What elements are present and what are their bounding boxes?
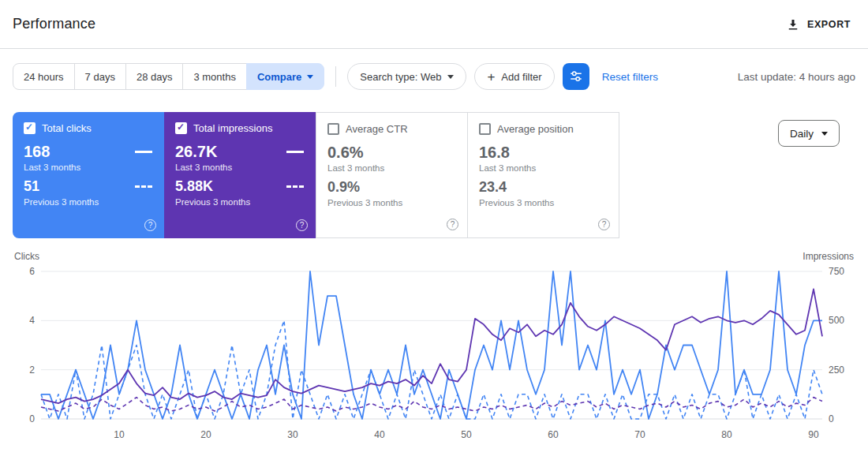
secondary-caption: Previous 3 months (24, 197, 154, 207)
add-filter-button[interactable]: Add filter (474, 63, 554, 90)
performance-chart[interactable]: 02460250500750102030405060708090 (13, 265, 855, 448)
card-header: Average CTR (327, 123, 456, 135)
svg-text:70: 70 (634, 429, 645, 440)
page-header: Performance EXPORT (0, 0, 868, 49)
svg-text:10: 10 (114, 429, 125, 440)
filter-bar: 24 hours 7 days 28 days 3 months Compare… (0, 49, 868, 101)
average-position-checkbox[interactable] (479, 123, 491, 135)
date-tab-24-hours[interactable]: 24 hours (13, 63, 75, 90)
card-label: Total impressions (193, 122, 272, 134)
search-type-label: Search type: Web (360, 71, 441, 83)
export-label: EXPORT (807, 19, 851, 30)
card-label: Average CTR (346, 123, 408, 135)
chevron-down-icon (821, 132, 828, 136)
date-tab-label: 28 days (137, 71, 173, 83)
date-tab-3-months[interactable]: 3 months (182, 63, 246, 90)
left-axis-title: Clicks (14, 251, 39, 262)
help-icon[interactable]: ? (598, 219, 610, 230)
total-clicks-card[interactable]: Total clicks 168 Last 3 months 51 Previo… (13, 112, 165, 238)
secondary-caption: Previous 3 months (327, 198, 456, 207)
help-icon[interactable]: ? (144, 219, 156, 231)
filter-divider (335, 66, 336, 87)
card-header: Average position (479, 123, 608, 135)
svg-text:2: 2 (29, 364, 35, 376)
metric-cards-row: Total clicks 168 Last 3 months 51 Previo… (13, 112, 855, 238)
average-ctr-checkbox[interactable] (327, 123, 339, 135)
filter-settings-button[interactable] (563, 63, 589, 90)
primary-caption: Last 3 months (327, 163, 456, 173)
date-tab-7-days[interactable]: 7 days (74, 63, 126, 90)
svg-text:0: 0 (29, 413, 35, 424)
svg-text:20: 20 (200, 429, 211, 440)
secondary-caption: Previous 3 months (479, 198, 608, 207)
primary-caption: Last 3 months (24, 163, 154, 172)
card-header: Total impressions (175, 122, 305, 134)
tune-icon (569, 69, 583, 84)
svg-text:6: 6 (29, 266, 35, 277)
svg-text:4: 4 (29, 315, 35, 326)
help-icon[interactable]: ? (447, 219, 458, 230)
card-label: Total clicks (42, 122, 92, 134)
primary-value: 26.7K (175, 143, 217, 160)
last-update-text: Last update: 4 hours ago (738, 71, 855, 83)
date-tab-28-days[interactable]: 28 days (125, 63, 184, 90)
average-position-card[interactable]: Average position 16.8 Last 3 months 23.4… (467, 112, 619, 238)
svg-text:60: 60 (548, 429, 559, 440)
reset-filters-link[interactable]: Reset filters (602, 71, 658, 83)
card-label: Average position (497, 123, 574, 135)
svg-text:40: 40 (374, 429, 385, 440)
help-icon[interactable]: ? (296, 219, 308, 231)
primary-value: 16.8 (479, 144, 510, 161)
date-range-tabs: 24 hours 7 days 28 days 3 months Compare (13, 63, 324, 90)
primary-value: 168 (24, 143, 50, 160)
secondary-value: 23.4 (479, 180, 507, 196)
performance-chart-section: Clicks Impressions 024602505007501020304… (13, 251, 855, 448)
solid-line-indicator-icon (286, 151, 304, 153)
svg-text:30: 30 (287, 429, 298, 440)
export-button[interactable]: EXPORT (783, 13, 854, 36)
add-filter-label: Add filter (501, 71, 541, 83)
date-tab-label: Compare (257, 71, 301, 83)
primary-caption: Last 3 months (479, 163, 608, 173)
chevron-down-icon (307, 75, 313, 79)
secondary-value: 0.9% (327, 180, 360, 196)
dashed-line-indicator-icon (135, 185, 152, 188)
svg-text:50: 50 (461, 429, 472, 440)
svg-text:0: 0 (829, 413, 834, 424)
svg-text:250: 250 (829, 364, 844, 376)
secondary-caption: Previous 3 months (175, 197, 305, 207)
secondary-value: 51 (24, 179, 39, 195)
dashed-line-indicator-icon (286, 185, 304, 188)
average-ctr-card[interactable]: Average CTR 0.6% Last 3 months 0.9% Prev… (316, 112, 468, 238)
page-title: Performance (13, 16, 95, 32)
primary-value: 0.6% (327, 144, 364, 161)
card-header: Total clicks (24, 122, 154, 134)
svg-text:80: 80 (721, 429, 732, 440)
chart-axis-titles: Clicks Impressions (13, 251, 855, 265)
primary-caption: Last 3 months (175, 163, 305, 172)
plus-icon (487, 70, 495, 84)
svg-text:500: 500 (829, 315, 844, 326)
total-clicks-checkbox[interactable] (24, 122, 36, 134)
date-tab-compare[interactable]: Compare (246, 63, 324, 90)
chevron-down-icon (447, 75, 454, 79)
svg-text:90: 90 (808, 429, 819, 440)
granularity-label: Daily (790, 128, 814, 140)
date-tab-label: 3 months (193, 71, 235, 83)
svg-text:750: 750 (829, 266, 844, 277)
secondary-value: 5.88K (175, 179, 213, 195)
date-tab-label: 24 hours (24, 71, 64, 83)
granularity-dropdown[interactable]: Daily (778, 120, 840, 147)
right-axis-title: Impressions (803, 251, 854, 262)
solid-line-indicator-icon (135, 151, 152, 153)
download-icon (786, 17, 800, 32)
date-tab-label: 7 days (85, 71, 115, 83)
search-type-dropdown[interactable]: Search type: Web (347, 63, 466, 90)
total-impressions-card[interactable]: Total impressions 26.7K Last 3 months 5.… (164, 112, 316, 238)
total-impressions-checkbox[interactable] (175, 122, 187, 134)
